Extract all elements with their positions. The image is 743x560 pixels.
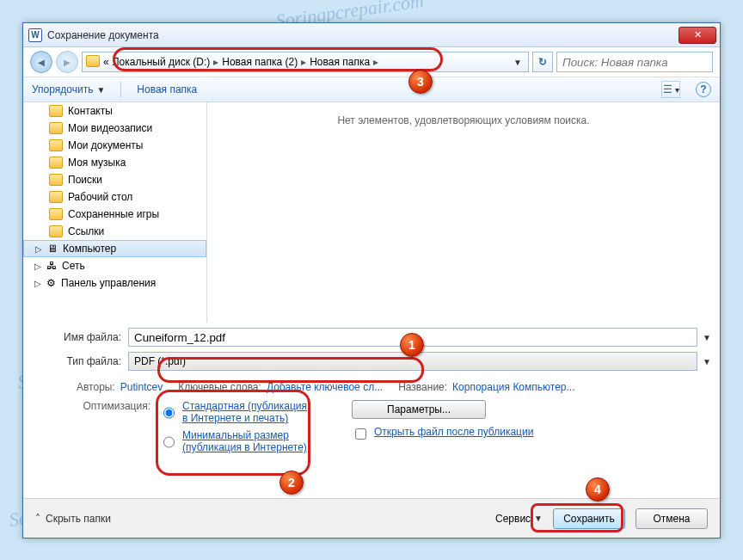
tree-item-control-panel[interactable]: ▷⚙Панель управления	[23, 274, 206, 292]
folder-icon	[49, 122, 63, 134]
window-title: Сохранение документа	[47, 29, 159, 41]
titlebar: W Сохранение документа ✕	[23, 23, 720, 47]
metadata-row: Авторы:Putintcev Ключевые слова:Добавьте…	[23, 378, 720, 393]
breadcrumb-segment[interactable]: Новая папка (2)	[222, 56, 298, 68]
title-label: Название:	[398, 381, 447, 393]
explorer-body: Контакты Мои видеозаписи Мои документы М…	[23, 102, 720, 323]
title-value[interactable]: Корпорация Компьютер...	[452, 381, 574, 393]
radio-minimal[interactable]: Минимальный размер (публикация в Интерне…	[159, 429, 310, 453]
radio-input[interactable]	[163, 431, 175, 453]
parameters-button[interactable]: Параметры...	[352, 400, 486, 419]
folder-icon	[49, 225, 63, 237]
empty-message: Нет элементов, удовлетворяющих условиям …	[337, 114, 589, 126]
computer-icon: 🖥	[47, 243, 58, 255]
checkbox-input[interactable]	[355, 428, 366, 440]
tree-item[interactable]: Мои видеозаписи	[23, 120, 206, 137]
help-button[interactable]: ?	[696, 82, 711, 97]
path-prefix: «	[103, 56, 109, 68]
back-button[interactable]: ◄	[30, 51, 52, 73]
badge-3: 3	[408, 70, 433, 94]
tools-menu[interactable]: Сервис▼	[495, 513, 543, 525]
filename-label: Имя файла:	[32, 331, 128, 343]
tree-item[interactable]: Сохраненные игры	[23, 206, 206, 223]
dropdown-icon[interactable]: ▼	[703, 357, 711, 366]
expand-icon[interactable]: ▷	[34, 262, 41, 271]
folder-icon	[49, 105, 63, 117]
bottom-bar: ˄Скрыть папки Сервис▼ Сохранить Отмена	[23, 498, 720, 538]
folder-icon	[49, 157, 63, 169]
new-folder-button[interactable]: Новая папка	[137, 83, 197, 95]
network-icon: 🖧	[46, 260, 57, 272]
breadcrumb-segment[interactable]: Новая папка	[310, 56, 370, 68]
expand-icon[interactable]: ▷	[34, 279, 41, 288]
save-button[interactable]: Сохранить	[553, 508, 625, 529]
tree-item[interactable]: Контакты	[23, 102, 206, 120]
file-fields: Имя файла: ▼ Тип файла: PDF (*.pdf) ▼	[23, 323, 720, 378]
address-bar[interactable]: « Локальный диск (D:) ▸ Новая папка (2) …	[82, 52, 529, 72]
save-dialog: W Сохранение документа ✕ ◄ ► « Локальный…	[22, 22, 721, 538]
folder-icon	[49, 139, 63, 151]
badge-4: 4	[586, 477, 610, 502]
folder-tree[interactable]: Контакты Мои видеозаписи Мои документы М…	[23, 102, 207, 323]
radio-standard[interactable]: Стандартная (публикация в Интернете и пе…	[159, 400, 310, 424]
expand-icon[interactable]: ▷	[35, 244, 42, 254]
keywords-value[interactable]: Добавьте ключевое сл...	[267, 381, 383, 393]
search-input[interactable]	[556, 52, 713, 72]
control-panel-icon: ⚙	[46, 277, 56, 289]
toolbar-separator	[120, 82, 121, 97]
hide-folders-button[interactable]: ˄Скрыть папки	[35, 513, 111, 525]
chevron-up-icon: ˄	[35, 513, 40, 525]
tree-item[interactable]: Рабочий стол	[23, 188, 206, 206]
close-button[interactable]: ✕	[679, 27, 716, 44]
keywords-label: Ключевые слова:	[178, 381, 261, 393]
optimize-options: Стандартная (публикация в Интернете и пе…	[159, 400, 310, 458]
dropdown-icon[interactable]: ▼	[703, 333, 711, 342]
optimize-label: Оптимизация:	[64, 400, 159, 458]
file-list-area: Нет элементов, удовлетворяющих условиям …	[207, 102, 720, 323]
tree-item[interactable]: Ссылки	[23, 223, 206, 240]
cancel-button[interactable]: Отмена	[636, 508, 708, 529]
open-after-checkbox[interactable]: Открыть файл после публикации	[352, 426, 533, 442]
organize-button[interactable]: Упорядочить▼	[32, 83, 105, 95]
folder-icon	[49, 174, 63, 186]
folder-icon	[49, 208, 63, 220]
address-dropdown[interactable]: ▼	[511, 58, 525, 67]
optimize-area: Оптимизация: Стандартная (публикация в И…	[23, 393, 720, 458]
address-row: ◄ ► « Локальный диск (D:) ▸ Новая папка …	[23, 47, 720, 77]
filetype-label: Тип файла:	[32, 355, 128, 367]
breadcrumb-segment[interactable]: Локальный диск (D:)	[113, 56, 211, 68]
badge-2: 2	[279, 471, 304, 495]
view-button[interactable]: ☰▾	[661, 81, 680, 98]
radio-input[interactable]	[163, 402, 175, 424]
chevron-right-icon: ▸	[301, 56, 306, 68]
refresh-button[interactable]: ↻	[532, 52, 553, 72]
badge-1: 1	[400, 333, 424, 357]
word-icon: W	[28, 28, 42, 42]
tree-item[interactable]: Поиски	[23, 171, 206, 188]
folder-icon	[49, 191, 63, 203]
tree-item-network[interactable]: ▷🖧Сеть	[23, 257, 206, 274]
authors-label: Авторы:	[77, 381, 115, 393]
folder-icon	[86, 55, 100, 69]
tree-item[interactable]: Мои документы	[23, 137, 206, 154]
toolbar: Упорядочить▼ Новая папка ☰▾ ?	[23, 77, 720, 102]
forward-button[interactable]: ►	[56, 51, 78, 73]
chevron-right-icon: ▸	[373, 56, 378, 68]
tree-item-computer[interactable]: ▷🖥Компьютер	[23, 240, 206, 257]
authors-value[interactable]: Putintcev	[120, 381, 163, 393]
chevron-right-icon: ▸	[213, 56, 218, 68]
tree-item[interactable]: Моя музыка	[23, 154, 206, 171]
